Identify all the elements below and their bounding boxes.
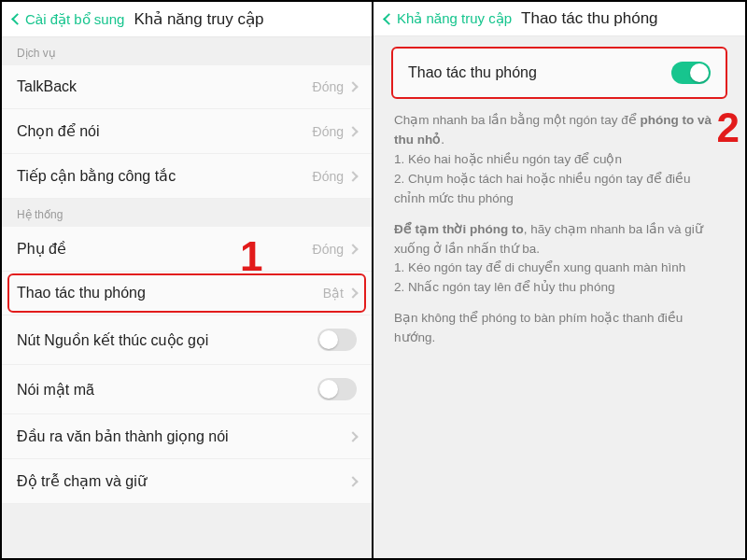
row-label: Đầu ra văn bản thành giọng nói xyxy=(17,427,229,445)
row-magnification-toggle[interactable]: Thao tác thu phóng xyxy=(392,48,726,98)
row-touch-hold-delay[interactable]: Độ trễ chạm và giữ xyxy=(2,459,372,504)
row-select-to-speak[interactable]: Chọn để nói Đóng xyxy=(2,109,372,154)
toggle-speak-passwords[interactable] xyxy=(317,378,357,400)
row-label: Thao tác thu phóng xyxy=(17,285,146,301)
row-magnification[interactable]: Thao tác thu phóng Bật xyxy=(2,272,372,315)
row-subtitles[interactable]: Phụ đề Đóng xyxy=(2,227,372,272)
row-label: Thao tác thu phóng xyxy=(408,64,537,81)
row-label: Nút Nguồn kết thúc cuộc gọi xyxy=(17,331,208,349)
chevron-right-icon xyxy=(347,287,358,298)
back-button-left[interactable]: Cài đặt bổ sung xyxy=(13,11,124,28)
chevron-right-icon xyxy=(347,81,358,91)
row-label: Phụ đề xyxy=(17,240,66,258)
row-tts-output[interactable]: Đầu ra văn bản thành giọng nói xyxy=(2,414,372,459)
instruction-para-2: Để tạm thời phóng to, hãy chạm nhanh ba … xyxy=(394,220,725,299)
row-label: Chọn để nói xyxy=(17,122,100,140)
back-button-right[interactable]: Khả năng truy cập xyxy=(385,10,512,27)
chevron-left-icon xyxy=(11,13,23,25)
row-label: TalkBack xyxy=(17,78,77,95)
accessibility-list-screen: Cài đặt bổ sung Khả năng truy cập Dịch v… xyxy=(2,2,374,558)
back-label: Cài đặt bổ sung xyxy=(25,11,124,28)
section-service: Dịch vụ xyxy=(2,37,372,65)
magnification-detail-screen: Khả năng truy cập Thao tác thu phóng Tha… xyxy=(374,2,745,558)
detail-body: Thao tác thu phóng Chạm nhanh ba lần bằn… xyxy=(374,36,745,552)
row-status: Đóng xyxy=(313,124,344,139)
row-speak-passwords[interactable]: Nói mật mã xyxy=(2,365,372,414)
header-right: Khả năng truy cập Thao tác thu phóng xyxy=(374,2,745,36)
toggle-power-ends-call[interactable] xyxy=(317,329,357,351)
chevron-right-icon xyxy=(347,476,358,486)
row-status: Đóng xyxy=(313,169,344,184)
page-title-right: Thao tác thu phóng xyxy=(521,9,658,28)
chevron-left-icon xyxy=(383,13,395,25)
header-left: Cài đặt bổ sung Khả năng truy cập xyxy=(2,2,372,37)
section-system: Hệ thống xyxy=(2,199,372,227)
row-label: Tiếp cận bằng công tắc xyxy=(17,167,176,185)
chevron-right-icon xyxy=(347,126,358,136)
row-label: Độ trễ chạm và giữ xyxy=(17,472,147,490)
chevron-right-icon xyxy=(347,244,358,254)
page-title-left: Khả năng truy cập xyxy=(134,9,263,29)
instruction-para-3: Bạn không thể phóng to bàn phím hoặc tha… xyxy=(394,309,725,348)
row-label: Nói mật mã xyxy=(17,381,94,399)
row-status: Bật xyxy=(323,286,344,301)
toggle-magnification[interactable] xyxy=(671,62,711,84)
row-talkback[interactable]: TalkBack Đóng xyxy=(2,65,372,109)
row-status: Đóng xyxy=(313,242,344,257)
row-status: Đóng xyxy=(313,79,344,94)
instructions-text: Chạm nhanh ba lần bằng một ngón tay để p… xyxy=(392,98,726,348)
row-power-ends-call[interactable]: Nút Nguồn kết thúc cuộc gọi xyxy=(2,315,372,365)
instruction-para-1: Chạm nhanh ba lần bằng một ngón tay để p… xyxy=(394,111,725,209)
chevron-right-icon xyxy=(347,171,358,181)
back-label: Khả năng truy cập xyxy=(397,10,512,27)
chevron-right-icon xyxy=(347,431,358,441)
row-switch-access[interactable]: Tiếp cận bằng công tắc Đóng xyxy=(2,154,372,199)
